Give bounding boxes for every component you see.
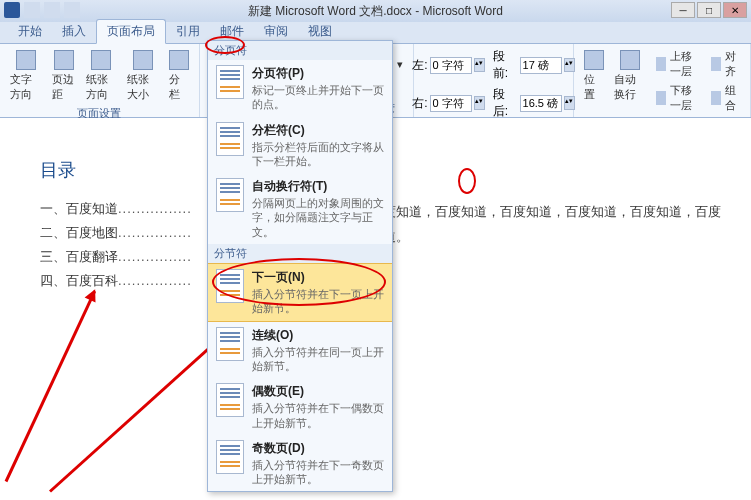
indent-right-input[interactable]: 0 字符 [430,95,472,112]
send-backward-button[interactable]: 下移一层 [654,82,703,114]
toc-title: 目录 [40,158,190,182]
btn-分栏[interactable]: 分栏 [167,48,191,104]
dd-item-自动换行符(T)[interactable]: 自动换行符(T)分隔网页上的对象周围的文字，如分隔题注文字与正文。 [208,173,392,244]
window-title: 新建 Microsoft Word 文档.docx - Microsoft Wo… [248,3,503,20]
quick-access-toolbar [4,2,80,18]
dd-item-下一页(N)[interactable]: 下一页(N)插入分节符并在下一页上开始新节。 [208,263,392,322]
dd-section-page-breaks: 分页符 [208,41,392,60]
indent-left-input[interactable]: 0 字符 [430,57,472,74]
tab-页面布局[interactable]: 页面布局 [96,19,166,44]
toc-line: 三、百度翻译 [40,248,190,266]
tab-插入[interactable]: 插入 [52,20,96,43]
dd-item-分栏符(C)[interactable]: 分栏符(C)指示分栏符后面的文字将从下一栏开始。 [208,117,392,174]
page-left: 目录 一、百度知道二、百度地图三、百度翻译四、百度百科 [0,118,200,500]
btn-纸张方向[interactable]: 纸张方向 [84,48,120,104]
btn-纸张大小[interactable]: 纸张大小 [125,48,161,104]
word-icon[interactable] [4,2,20,18]
save-icon[interactable] [24,2,40,18]
dd-item-偶数页(E)[interactable]: 偶数页(E)插入分节符并在下一偶数页上开始新节。 [208,378,392,435]
position-button[interactable]: 位置 [582,48,606,104]
close-button[interactable]: ✕ [723,2,747,18]
redo-icon[interactable] [64,2,80,18]
toc-line: 一、百度知道 [40,200,190,218]
dd-item-奇数页(D)[interactable]: 奇数页(D)插入分节符并在下一奇数页上开始新节。 [208,435,392,492]
group-arrange: 位置 自动换行 上移一层 下移一层 选择窗格 对齐 组合 旋转 排列 [574,44,751,117]
toc-line: 二、百度地图 [40,224,190,242]
group-spacing: 左:0 字符▴▾段前:17 磅▴▾ 右:0 字符▴▾段后:16.5 磅▴▾ 段落 [414,44,574,117]
spacing-after-input[interactable]: 16.5 磅 [520,95,562,112]
dd-item-连续(O)[interactable]: 连续(O)插入分节符并在同一页上开始新节。 [208,322,392,379]
toc-line: 四、百度百科 [40,272,190,290]
dd-item-分页符(P)[interactable]: 分页符(P)标记一页终止并开始下一页的点。 [208,60,392,117]
undo-icon[interactable] [44,2,60,18]
bring-forward-button[interactable]: 上移一层 [654,48,703,80]
breaks-dropdown: 分页符 分页符(P)标记一页终止并开始下一页的点。分栏符(C)指示分栏符后面的文… [207,40,393,492]
group-page-setup: 文字方向页边距纸张方向纸张大小分栏 页面设置 [0,44,200,117]
tab-开始[interactable]: 开始 [8,20,52,43]
align-button[interactable]: 对齐 [709,48,742,80]
btn-页边距[interactable]: 页边距 [50,48,78,104]
tab-引用[interactable]: 引用 [166,20,210,43]
spacing-before-input[interactable]: 17 磅 [520,57,562,74]
wrap-button[interactable]: 自动换行 [612,48,648,104]
dd-section-section-breaks: 分节符 [208,244,392,263]
btn-文字方向[interactable]: 文字方向 [8,48,44,104]
maximize-button[interactable]: □ [697,2,721,18]
minimize-button[interactable]: ─ [671,2,695,18]
group-button[interactable]: 组合 [709,82,742,114]
